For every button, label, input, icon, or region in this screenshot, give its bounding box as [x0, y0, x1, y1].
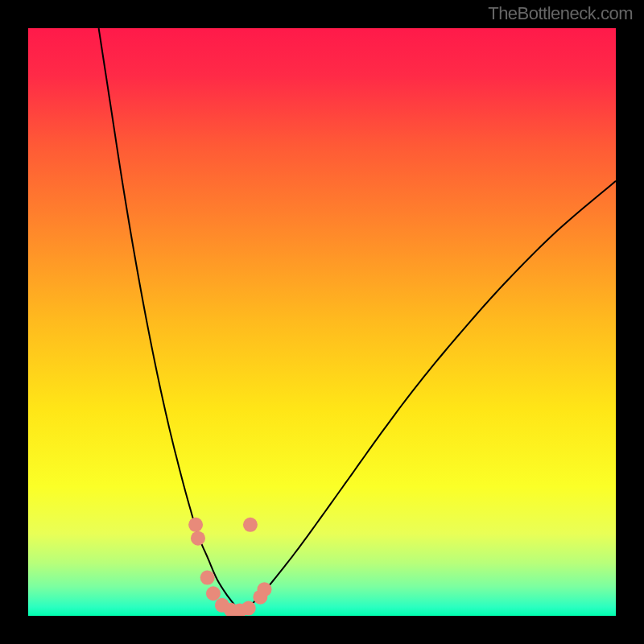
plot-frame — [28, 28, 616, 616]
data-marker — [243, 518, 258, 532]
data-marker — [188, 518, 203, 532]
data-marker — [242, 601, 256, 616]
data-marker — [206, 586, 221, 601]
data-marker — [191, 531, 205, 546]
watermark-source: TheBottleneck.com — [488, 3, 633, 24]
plot-area — [28, 28, 616, 616]
marker-layer — [28, 28, 616, 616]
data-marker — [257, 582, 271, 597]
data-marker — [200, 571, 215, 585]
marker-group — [188, 518, 271, 616]
